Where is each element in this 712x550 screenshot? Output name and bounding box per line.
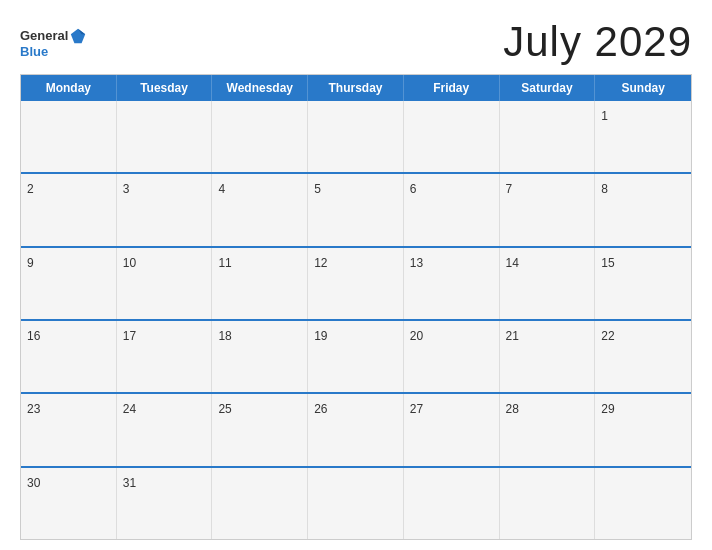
day-number: 4 [218, 182, 225, 196]
calendar-cell: 16 [21, 321, 117, 392]
calendar: Monday Tuesday Wednesday Thursday Friday… [20, 74, 692, 540]
calendar-cell: 1 [595, 101, 691, 172]
day-number: 18 [218, 329, 231, 343]
calendar-cell: 27 [404, 394, 500, 465]
calendar-cell: 24 [117, 394, 213, 465]
calendar-cell: 7 [500, 174, 596, 245]
day-number: 30 [27, 476, 40, 490]
calendar-cell: 28 [500, 394, 596, 465]
day-number: 10 [123, 256, 136, 270]
day-number: 7 [506, 182, 513, 196]
calendar-cell [212, 101, 308, 172]
calendar-cell [500, 468, 596, 539]
calendar-cell [308, 101, 404, 172]
day-number: 21 [506, 329, 519, 343]
calendar-cell [500, 101, 596, 172]
calendar-cell: 4 [212, 174, 308, 245]
day-number: 8 [601, 182, 608, 196]
svg-marker-0 [71, 28, 85, 42]
day-number: 20 [410, 329, 423, 343]
day-number: 31 [123, 476, 136, 490]
calendar-cell [595, 468, 691, 539]
calendar-cell: 6 [404, 174, 500, 245]
calendar-body: 1234567891011121314151617181920212223242… [21, 101, 691, 539]
weekday-tuesday: Tuesday [117, 75, 213, 101]
calendar-cell: 30 [21, 468, 117, 539]
day-number: 1 [601, 109, 608, 123]
calendar-row-5: 3031 [21, 466, 691, 539]
calendar-cell: 9 [21, 248, 117, 319]
page: General Blue July 2029 Monday Tuesday We… [0, 0, 712, 550]
calendar-cell: 13 [404, 248, 500, 319]
day-number: 28 [506, 402, 519, 416]
calendar-cell: 25 [212, 394, 308, 465]
header: General Blue July 2029 [20, 18, 692, 66]
calendar-header: Monday Tuesday Wednesday Thursday Friday… [21, 75, 691, 101]
day-number: 23 [27, 402, 40, 416]
calendar-cell: 26 [308, 394, 404, 465]
calendar-row-4: 23242526272829 [21, 392, 691, 465]
day-number: 26 [314, 402, 327, 416]
calendar-cell: 19 [308, 321, 404, 392]
calendar-row-2: 9101112131415 [21, 246, 691, 319]
calendar-cell: 20 [404, 321, 500, 392]
calendar-cell: 17 [117, 321, 213, 392]
weekday-saturday: Saturday [500, 75, 596, 101]
weekday-wednesday: Wednesday [212, 75, 308, 101]
logo-general-text: General [20, 29, 68, 42]
month-title: July 2029 [503, 18, 692, 66]
day-number: 24 [123, 402, 136, 416]
calendar-cell: 12 [308, 248, 404, 319]
calendar-cell [21, 101, 117, 172]
calendar-cell [117, 101, 213, 172]
day-number: 9 [27, 256, 34, 270]
calendar-cell [404, 101, 500, 172]
calendar-cell: 8 [595, 174, 691, 245]
weekday-monday: Monday [21, 75, 117, 101]
day-number: 17 [123, 329, 136, 343]
logo-blue-text: Blue [20, 45, 48, 58]
calendar-cell: 2 [21, 174, 117, 245]
calendar-cell: 10 [117, 248, 213, 319]
calendar-cell [212, 468, 308, 539]
weekday-friday: Friday [404, 75, 500, 101]
day-number: 16 [27, 329, 40, 343]
day-number: 12 [314, 256, 327, 270]
calendar-cell: 31 [117, 468, 213, 539]
calendar-row-3: 16171819202122 [21, 319, 691, 392]
calendar-row-1: 2345678 [21, 172, 691, 245]
weekday-thursday: Thursday [308, 75, 404, 101]
calendar-cell: 29 [595, 394, 691, 465]
day-number: 13 [410, 256, 423, 270]
day-number: 2 [27, 182, 34, 196]
calendar-cell: 23 [21, 394, 117, 465]
day-number: 11 [218, 256, 231, 270]
day-number: 19 [314, 329, 327, 343]
day-number: 27 [410, 402, 423, 416]
day-number: 14 [506, 256, 519, 270]
calendar-cell [404, 468, 500, 539]
calendar-cell: 5 [308, 174, 404, 245]
day-number: 15 [601, 256, 614, 270]
day-number: 25 [218, 402, 231, 416]
logo-flag-icon [69, 27, 87, 45]
day-number: 6 [410, 182, 417, 196]
calendar-cell: 3 [117, 174, 213, 245]
calendar-cell: 15 [595, 248, 691, 319]
calendar-cell: 14 [500, 248, 596, 319]
calendar-cell: 21 [500, 321, 596, 392]
day-number: 22 [601, 329, 614, 343]
day-number: 29 [601, 402, 614, 416]
logo: General Blue [20, 27, 87, 58]
day-number: 3 [123, 182, 130, 196]
weekday-sunday: Sunday [595, 75, 691, 101]
calendar-cell [308, 468, 404, 539]
calendar-cell: 22 [595, 321, 691, 392]
calendar-cell: 11 [212, 248, 308, 319]
day-number: 5 [314, 182, 321, 196]
calendar-cell: 18 [212, 321, 308, 392]
calendar-row-0: 1 [21, 101, 691, 172]
